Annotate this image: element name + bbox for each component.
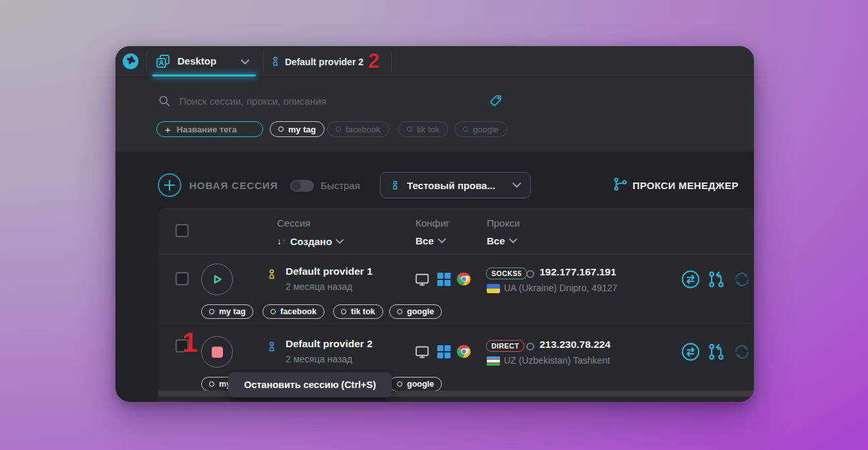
tag-chip-label: facebook [346,125,381,134]
search-input[interactable] [178,88,471,113]
row-tag-label: google [407,380,434,389]
check-proxy-icon[interactable] [681,342,700,362]
desktop-background: Desktop Default provider 2 2 + Назва [0,0,868,450]
chevron-down-icon [336,239,344,244]
row-tag-facebook[interactable]: facebook [263,304,325,319]
proxy-chain-icon[interactable] [707,343,726,361]
session-created: 2 месяца назад [286,354,352,364]
topbar-divider [263,51,264,71]
tab-session-default-provider-2[interactable]: Default provider 2 [268,46,367,76]
row-tag-my-tag-clipped[interactable]: my tag [201,377,229,391]
provider-person-icon [266,266,278,283]
tag-chip-my-tag[interactable]: my tag [270,121,325,137]
proxy-ip: 213.230.78.224 [540,339,611,351]
tag-chip-facebook[interactable]: facebook [327,121,389,137]
tag-chip-label: my tag [288,125,316,134]
proxy-status-dot [526,343,534,351]
row-checkbox[interactable] [175,272,189,285]
tag-ring-icon [341,309,346,314]
sessions-table: Сессия ↓↑ Создано Конфиг Все Прокси Все [158,208,754,402]
proxy-location: UZ (Uzbekistan) Tashkent [504,355,610,366]
tag-chip-label: google [473,125,499,134]
column-proxy: Прокси [487,217,520,229]
row-tag-label: tik tok [351,307,375,316]
chevron-down-icon [438,239,446,243]
session-title[interactable]: Default provider 1 [286,266,373,277]
check-proxy-icon[interactable] [681,269,700,289]
tag-ring-icon [336,127,341,132]
chevron-down-icon [512,183,521,188]
tag-ring-icon [278,127,284,132]
proxy-manager-icon [613,177,628,192]
tag-chip-google[interactable]: google [454,121,507,137]
row-tag-google[interactable]: google [389,377,442,391]
tag-icon[interactable] [489,94,503,107]
provider-person-icon [390,178,400,192]
proxy-status-dot [526,270,534,278]
os-monitor-icon [414,271,430,287]
proxy-manager-button[interactable]: ПРОКСИ МЕНЕДЖЕР [633,180,739,191]
row-tag-tik-tok[interactable]: tik tok [333,304,383,319]
row-separator [158,254,754,254]
search-icon [158,95,171,107]
tab-desktop[interactable]: Desktop [152,46,263,76]
row-tag-label: google [407,307,434,316]
tag-ring-icon [209,381,214,387]
select-all-checkbox[interactable] [175,224,189,237]
refresh-icon[interactable] [733,271,751,288]
tag-ring-icon [397,381,402,387]
tag-ring-icon [463,127,468,132]
chevron-down-icon [509,239,517,243]
new-session-plus-icon[interactable] [158,173,181,197]
flag-uzbekistan-icon [487,356,500,366]
tab-desktop-label: Desktop [177,55,216,67]
stop-session-tooltip: Остановить сессию (Ctrl+S) [228,372,392,397]
row-tag-label: my tag [219,307,245,316]
annotation-marker-2: 2 [368,51,379,71]
row-tag-my-tag[interactable]: my tag [201,304,253,319]
stop-session-button[interactable] [201,336,233,368]
flag-ukraine-icon [487,284,500,293]
sort-created[interactable]: ↓↑ Создано [277,235,344,247]
sort-created-label: Создано [290,236,332,247]
filter-proxy-value: Все [487,235,505,246]
tag-chip-tik-tok[interactable]: tik tok [398,121,448,137]
session-title[interactable]: Default provider 2 [286,338,373,350]
proxy-chain-icon[interactable] [707,270,726,289]
chrome-icon [456,271,472,287]
row-tag-google[interactable]: google [389,304,442,319]
chevron-down-icon [241,59,249,65]
play-icon [208,271,226,288]
sort-asc-icon: ↑ [282,236,286,246]
add-tag-button[interactable]: + Название тега [156,121,263,137]
app-logo-icon[interactable] [122,53,139,70]
filter-config-all[interactable]: Все [416,235,446,246]
plus-icon: + [165,125,171,134]
filter-proxy-all[interactable]: Все [487,235,517,246]
windows-icon [437,273,450,286]
topbar-divider [146,51,147,71]
column-config: Конфиг [416,217,450,229]
row-tag-label: facebook [280,307,317,316]
column-session: Сессия [277,217,311,229]
toggle-knob [292,181,301,190]
quick-session-toggle[interactable] [290,180,314,192]
proxy-protocol-badge: SOCKS5 [486,267,527,279]
stop-icon [212,347,223,358]
filter-config-value: Все [416,235,434,246]
annotation-marker-1: 1 [182,329,197,356]
provider-select[interactable]: Тестовый прова... [380,172,531,198]
refresh-icon[interactable] [733,343,751,360]
provider-person-icon [266,338,278,355]
new-session-button[interactable]: НОВАЯ СЕССИЯ [189,180,278,191]
provider-person-icon [270,53,281,69]
quick-toggle-label: Быстрая [321,180,360,191]
start-session-button[interactable] [201,264,233,295]
proxy-ip: 192.177.167.191 [540,266,616,278]
proxy-protocol-badge: DIRECT [486,340,524,352]
os-monitor-icon [414,344,430,360]
header-region: Desktop Default provider 2 2 + Назва [115,46,754,152]
tag-ring-icon [407,127,412,132]
provider-select-value: Тестовый прова... [407,180,506,191]
topbar: Desktop Default provider 2 2 [115,46,754,77]
